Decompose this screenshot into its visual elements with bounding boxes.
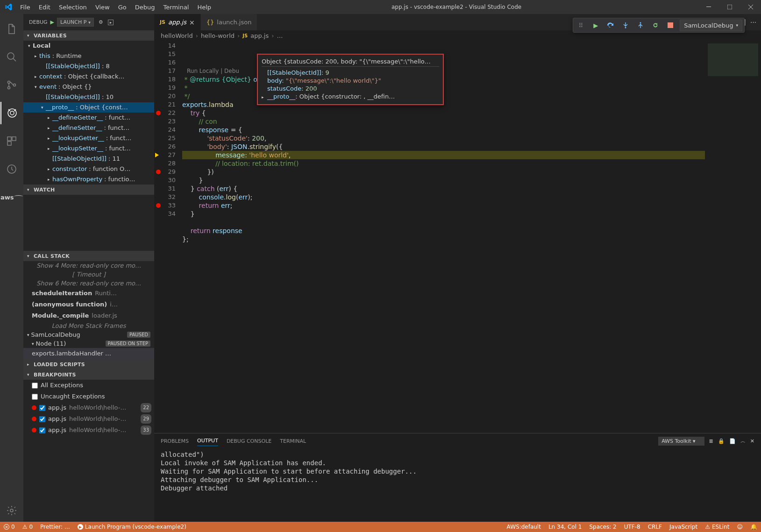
debug-toolbar[interactable]: ⠿ ▶ SamLocalDebug▾	[573, 18, 745, 33]
status-item[interactable]: AWS:default	[503, 524, 545, 530]
variable-row[interactable]: ▸this: Runtime	[23, 51, 154, 61]
variable-row[interactable]: ▸__defineGetter__: funct…	[23, 113, 154, 123]
variable-row[interactable]: [[StableObjectId]]: 10	[23, 92, 154, 102]
panel-tab-problems[interactable]: Problems	[161, 436, 189, 446]
variables-section-header[interactable]: ▾Variables	[23, 30, 154, 41]
menu-view[interactable]: View	[92, 2, 114, 13]
loaded-scripts-header[interactable]: ▸Loaded Scripts	[23, 359, 154, 369]
callstack-frame[interactable]: Module._compileloader.js	[23, 310, 154, 321]
debug-config-select[interactable]: SamLocalDebug▾	[680, 20, 742, 31]
console-icon[interactable]: ▸	[108, 20, 114, 25]
breadcrumb-item[interactable]: helloWorld	[161, 32, 193, 39]
panel-tab-terminal[interactable]: Terminal	[280, 436, 306, 446]
panel-tab-debug-console[interactable]: Debug Console	[227, 436, 271, 446]
minimize-button[interactable]	[698, 0, 719, 14]
status-item[interactable]: ▶Launch Program (vscode-example2)	[74, 524, 190, 530]
extensions-icon[interactable]	[0, 130, 23, 152]
breadcrumb-item[interactable]: app.js	[250, 32, 269, 39]
callstack-dim[interactable]: Show 6 More: read-only core mo…	[23, 279, 154, 288]
open-file-icon[interactable]: 📄	[729, 438, 736, 444]
codelens[interactable]: Run Locally | Debu	[187, 67, 239, 75]
callstack-thread[interactable]: ▾Node (11)PAUSED ON STEP	[23, 339, 154, 348]
breadcrumb-item[interactable]: …	[277, 32, 283, 39]
callstack-dim[interactable]: [ Timeout ]	[23, 270, 154, 279]
output-channel-select[interactable]: AWS Toolkit ▾	[658, 437, 704, 446]
variable-row[interactable]: [[StableObjectId]]: 8	[23, 61, 154, 71]
variable-row[interactable]: ▸__lookupSetter__: funct…	[23, 143, 154, 154]
breakpoint-item[interactable]: app.js helloWorld\hello-…29	[23, 413, 154, 425]
load-more-frames[interactable]: Load More Stack Frames	[23, 321, 154, 330]
breakpoint-item[interactable]: app.js helloWorld\hello-…22	[23, 402, 154, 413]
variable-row[interactable]: ▸hasOwnProperty: functio…	[23, 174, 154, 184]
launch-config-select[interactable]: Launch P ▾	[57, 18, 94, 27]
menu-help[interactable]: Help	[193, 2, 215, 13]
callstack-frame[interactable]: scheduleIterationRunti…	[23, 288, 154, 299]
status-item[interactable]: ⚠0	[19, 524, 36, 530]
menu-terminal[interactable]: Terminal	[160, 2, 193, 13]
status-item[interactable]: ⚠ESLint	[701, 524, 733, 530]
step-over-button[interactable]	[603, 18, 618, 33]
callstack-section-header[interactable]: ▾Call Stack	[23, 251, 154, 261]
menu-go[interactable]: Go	[114, 2, 130, 13]
search-icon[interactable]	[0, 46, 23, 68]
tab-launch-json[interactable]: {}launch.json	[201, 14, 258, 30]
variable-row[interactable]: ▸constructor: function O…	[23, 164, 154, 174]
variable-row[interactable]: ▸context: Object {callback…	[23, 71, 154, 82]
status-item[interactable]: ×0	[0, 524, 19, 530]
variable-row[interactable]: ▾event: Object {}	[23, 82, 154, 92]
drag-handle-icon[interactable]: ⠿	[573, 18, 588, 33]
menu-debug[interactable]: Debug	[131, 2, 159, 13]
status-item[interactable]: 🔔	[747, 524, 761, 530]
clear-output-icon[interactable]: ≣	[709, 438, 713, 444]
watch-section-header[interactable]: ▾Watch	[23, 184, 154, 195]
breakpoint-item[interactable]: app.js helloWorld\hello-…33	[23, 425, 154, 436]
status-item[interactable]: CRLF	[644, 524, 666, 530]
panel-tab-output[interactable]: Output	[197, 436, 218, 446]
close-button[interactable]	[740, 0, 761, 14]
gear-icon[interactable]: ⚙	[99, 19, 103, 25]
breadcrumb-item[interactable]: hello-world	[201, 32, 235, 39]
step-out-button[interactable]	[633, 18, 648, 33]
breakpoint-builtin[interactable]: All Exceptions	[23, 380, 154, 391]
callstack-dim[interactable]: Show 4 More: read-only core mo…	[23, 261, 154, 270]
settings-icon[interactable]	[0, 499, 23, 522]
step-into-button[interactable]	[618, 18, 633, 33]
variable-row[interactable]: ▾__proto__: Object {const…	[23, 102, 154, 113]
menu-edit[interactable]: Edit	[35, 2, 54, 13]
variable-row[interactable]: ▸__defineSetter__: funct…	[23, 123, 154, 133]
scm-icon[interactable]	[0, 74, 23, 96]
debug-icon[interactable]	[0, 102, 23, 124]
aws-icon[interactable]: aws	[0, 186, 23, 208]
stop-button[interactable]	[663, 18, 678, 33]
maximize-button[interactable]	[719, 0, 740, 14]
callstack-frame[interactable]: (anonymous function)i…	[23, 299, 154, 310]
maximize-panel-icon[interactable]: ︿	[740, 438, 746, 445]
menu-selection[interactable]: Selection	[55, 2, 91, 13]
restart-button[interactable]	[648, 18, 663, 33]
lock-scroll-icon[interactable]: 🔒	[718, 438, 725, 444]
callstack-top-frame[interactable]: exports.lambdaHandler …	[23, 348, 154, 359]
variable-row[interactable]: ▸__lookupGetter__: funct…	[23, 133, 154, 143]
status-item[interactable]: JavaScript	[666, 524, 701, 530]
status-item[interactable]: Prettier: …	[36, 524, 74, 530]
timeline-icon[interactable]	[0, 158, 23, 180]
tab-app-js[interactable]: JSapp.js×	[154, 14, 201, 30]
status-item[interactable]: Ln 34, Col 1	[545, 524, 586, 530]
menu-file[interactable]: File	[16, 2, 34, 13]
close-panel-icon[interactable]: ✕	[750, 438, 754, 444]
callstack-session[interactable]: ▾SamLocalDebugPAUSED	[23, 330, 154, 339]
variable-row[interactable]: [[StableObjectId]]: 11	[23, 154, 154, 164]
explorer-icon[interactable]	[0, 18, 23, 40]
breakpoint-builtin[interactable]: Uncaught Exceptions	[23, 391, 154, 402]
status-item[interactable]: Spaces: 2	[585, 524, 620, 530]
status-item[interactable]: UTF-8	[620, 524, 644, 530]
line-gutter[interactable]: 1415161718192021222324252627282930313233…	[154, 41, 182, 433]
output-body[interactable]: allocated") Local invoke of SAM Applicat…	[154, 448, 761, 522]
minimap[interactable]	[705, 41, 761, 433]
more-icon[interactable]: ⋯	[750, 19, 756, 26]
scope-local[interactable]: ▾Local	[23, 41, 154, 51]
continue-button[interactable]: ▶	[588, 18, 603, 33]
status-item[interactable]: ☺	[733, 524, 747, 530]
start-debug-icon[interactable]: ▶	[50, 19, 54, 25]
breakpoints-section-header[interactable]: ▾Breakpoints	[23, 369, 154, 380]
